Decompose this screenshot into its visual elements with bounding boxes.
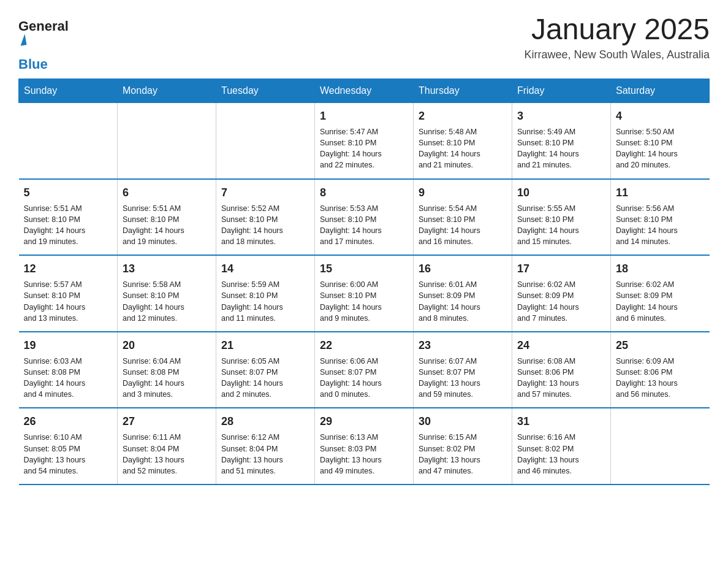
day-info: Sunrise: 6:15 AM Sunset: 8:02 PM Dayligh… bbox=[419, 432, 507, 477]
calendar-week-row: 5Sunrise: 5:51 AM Sunset: 8:10 PM Daylig… bbox=[19, 179, 710, 256]
day-info: Sunrise: 5:59 AM Sunset: 8:10 PM Dayligh… bbox=[221, 279, 309, 324]
logo-text-blue: Blue bbox=[18, 56, 48, 72]
day-number: 12 bbox=[24, 261, 113, 277]
day-info: Sunrise: 6:03 AM Sunset: 8:08 PM Dayligh… bbox=[24, 356, 113, 400]
logo: General Blue bbox=[18, 18, 69, 72]
calendar-week-row: 12Sunrise: 5:57 AM Sunset: 8:10 PM Dayli… bbox=[19, 255, 710, 332]
calendar-cell: 16Sunrise: 6:01 AM Sunset: 8:09 PM Dayli… bbox=[414, 255, 512, 332]
day-info: Sunrise: 6:00 AM Sunset: 8:10 PM Dayligh… bbox=[320, 279, 408, 324]
calendar-cell: 18Sunrise: 6:02 AM Sunset: 8:09 PM Dayli… bbox=[611, 255, 710, 332]
day-number: 17 bbox=[517, 261, 605, 277]
day-number: 21 bbox=[221, 337, 309, 353]
day-number: 6 bbox=[123, 185, 211, 201]
day-info: Sunrise: 5:52 AM Sunset: 8:10 PM Dayligh… bbox=[221, 203, 309, 248]
calendar-cell: 29Sunrise: 6:13 AM Sunset: 8:03 PM Dayli… bbox=[315, 408, 414, 484]
day-info: Sunrise: 5:47 AM Sunset: 8:10 PM Dayligh… bbox=[320, 126, 408, 171]
calendar-cell: 25Sunrise: 6:09 AM Sunset: 8:06 PM Dayli… bbox=[611, 332, 710, 408]
calendar-cell: 15Sunrise: 6:00 AM Sunset: 8:10 PM Dayli… bbox=[315, 255, 414, 332]
calendar-cell: 8Sunrise: 5:53 AM Sunset: 8:10 PM Daylig… bbox=[315, 179, 414, 256]
day-number: 10 bbox=[517, 185, 605, 201]
day-number: 26 bbox=[24, 413, 113, 429]
day-number: 23 bbox=[419, 337, 507, 353]
day-info: Sunrise: 5:50 AM Sunset: 8:10 PM Dayligh… bbox=[616, 126, 705, 171]
calendar-cell: 13Sunrise: 5:58 AM Sunset: 8:10 PM Dayli… bbox=[118, 255, 216, 332]
day-info: Sunrise: 6:05 AM Sunset: 8:07 PM Dayligh… bbox=[221, 356, 309, 400]
day-info: Sunrise: 6:11 AM Sunset: 8:04 PM Dayligh… bbox=[123, 432, 211, 477]
day-number: 25 bbox=[616, 337, 705, 353]
day-info: Sunrise: 6:01 AM Sunset: 8:09 PM Dayligh… bbox=[419, 279, 507, 324]
calendar-cell: 11Sunrise: 5:56 AM Sunset: 8:10 PM Dayli… bbox=[611, 179, 710, 256]
calendar-cell: 22Sunrise: 6:06 AM Sunset: 8:07 PM Dayli… bbox=[315, 332, 414, 408]
calendar-header-sunday: Sunday bbox=[19, 79, 118, 103]
calendar-header-thursday: Thursday bbox=[414, 79, 512, 103]
day-info: Sunrise: 6:13 AM Sunset: 8:03 PM Dayligh… bbox=[320, 432, 408, 477]
day-info: Sunrise: 5:54 AM Sunset: 8:10 PM Dayligh… bbox=[419, 203, 507, 248]
subtitle: Kirrawee, New South Wales, Australia bbox=[525, 48, 710, 61]
day-info: Sunrise: 5:57 AM Sunset: 8:10 PM Dayligh… bbox=[24, 279, 113, 324]
day-number: 31 bbox=[517, 413, 605, 429]
calendar-week-row: 19Sunrise: 6:03 AM Sunset: 8:08 PM Dayli… bbox=[19, 332, 710, 408]
day-info: Sunrise: 5:58 AM Sunset: 8:10 PM Dayligh… bbox=[123, 279, 211, 324]
calendar-cell: 27Sunrise: 6:11 AM Sunset: 8:04 PM Dayli… bbox=[118, 408, 216, 484]
day-info: Sunrise: 6:16 AM Sunset: 8:02 PM Dayligh… bbox=[517, 432, 605, 477]
calendar-cell: 2Sunrise: 5:48 AM Sunset: 8:10 PM Daylig… bbox=[414, 103, 512, 179]
calendar-cell bbox=[216, 103, 315, 179]
day-number: 28 bbox=[221, 413, 309, 429]
day-number: 4 bbox=[616, 108, 705, 124]
day-number: 27 bbox=[123, 413, 211, 429]
day-number: 24 bbox=[517, 337, 605, 353]
calendar-cell: 28Sunrise: 6:12 AM Sunset: 8:04 PM Dayli… bbox=[216, 408, 315, 484]
day-number: 22 bbox=[320, 337, 408, 353]
calendar-cell: 10Sunrise: 5:55 AM Sunset: 8:10 PM Dayli… bbox=[512, 179, 611, 256]
title-area: January 2025 Kirrawee, New South Wales, … bbox=[525, 12, 710, 61]
day-number: 9 bbox=[419, 185, 507, 201]
day-info: Sunrise: 5:51 AM Sunset: 8:10 PM Dayligh… bbox=[24, 203, 113, 248]
calendar-table: SundayMondayTuesdayWednesdayThursdayFrid… bbox=[18, 79, 710, 485]
logo-triangle-icon bbox=[19, 34, 27, 45]
calendar-cell: 4Sunrise: 5:50 AM Sunset: 8:10 PM Daylig… bbox=[611, 103, 710, 179]
calendar-week-row: 26Sunrise: 6:10 AM Sunset: 8:05 PM Dayli… bbox=[19, 408, 710, 484]
day-info: Sunrise: 6:06 AM Sunset: 8:07 PM Dayligh… bbox=[320, 356, 408, 400]
calendar-cell: 6Sunrise: 5:51 AM Sunset: 8:10 PM Daylig… bbox=[118, 179, 216, 256]
calendar-header-saturday: Saturday bbox=[611, 79, 710, 103]
day-info: Sunrise: 5:48 AM Sunset: 8:10 PM Dayligh… bbox=[419, 126, 507, 171]
page-title: January 2025 bbox=[525, 12, 710, 46]
day-info: Sunrise: 6:02 AM Sunset: 8:09 PM Dayligh… bbox=[517, 279, 605, 324]
day-info: Sunrise: 6:02 AM Sunset: 8:09 PM Dayligh… bbox=[616, 279, 705, 324]
day-info: Sunrise: 6:07 AM Sunset: 8:07 PM Dayligh… bbox=[419, 356, 507, 400]
calendar-cell: 5Sunrise: 5:51 AM Sunset: 8:10 PM Daylig… bbox=[19, 179, 118, 256]
day-number: 18 bbox=[616, 261, 705, 277]
calendar-cell: 9Sunrise: 5:54 AM Sunset: 8:10 PM Daylig… bbox=[414, 179, 512, 256]
calendar-header-friday: Friday bbox=[512, 79, 611, 103]
calendar-cell: 17Sunrise: 6:02 AM Sunset: 8:09 PM Dayli… bbox=[512, 255, 611, 332]
day-number: 7 bbox=[221, 185, 309, 201]
calendar-cell: 23Sunrise: 6:07 AM Sunset: 8:07 PM Dayli… bbox=[414, 332, 512, 408]
day-info: Sunrise: 5:51 AM Sunset: 8:10 PM Dayligh… bbox=[123, 203, 211, 248]
calendar-cell: 30Sunrise: 6:15 AM Sunset: 8:02 PM Dayli… bbox=[414, 408, 512, 484]
day-number: 5 bbox=[24, 185, 113, 201]
calendar-cell: 20Sunrise: 6:04 AM Sunset: 8:08 PM Dayli… bbox=[118, 332, 216, 408]
day-info: Sunrise: 6:04 AM Sunset: 8:08 PM Dayligh… bbox=[123, 356, 211, 400]
day-number: 19 bbox=[24, 337, 113, 353]
day-number: 8 bbox=[320, 185, 408, 201]
day-number: 29 bbox=[320, 413, 408, 429]
calendar-header-row: SundayMondayTuesdayWednesdayThursdayFrid… bbox=[19, 79, 710, 103]
day-number: 16 bbox=[419, 261, 507, 277]
day-number: 20 bbox=[123, 337, 211, 353]
calendar-header-wednesday: Wednesday bbox=[315, 79, 414, 103]
day-info: Sunrise: 6:10 AM Sunset: 8:05 PM Dayligh… bbox=[24, 432, 113, 477]
day-number: 30 bbox=[419, 413, 507, 429]
calendar-cell: 19Sunrise: 6:03 AM Sunset: 8:08 PM Dayli… bbox=[19, 332, 118, 408]
calendar-week-row: 1Sunrise: 5:47 AM Sunset: 8:10 PM Daylig… bbox=[19, 103, 710, 179]
logo-text-general: General bbox=[18, 18, 69, 34]
calendar-cell: 12Sunrise: 5:57 AM Sunset: 8:10 PM Dayli… bbox=[19, 255, 118, 332]
day-number: 1 bbox=[320, 108, 408, 124]
calendar-cell: 21Sunrise: 6:05 AM Sunset: 8:07 PM Dayli… bbox=[216, 332, 315, 408]
day-number: 11 bbox=[616, 185, 705, 201]
calendar-cell bbox=[118, 103, 216, 179]
calendar-cell: 26Sunrise: 6:10 AM Sunset: 8:05 PM Dayli… bbox=[19, 408, 118, 484]
day-info: Sunrise: 5:49 AM Sunset: 8:10 PM Dayligh… bbox=[517, 126, 605, 171]
day-number: 3 bbox=[517, 108, 605, 124]
header: General Blue January 2025 Kirrawee, New … bbox=[18, 12, 710, 72]
calendar-header-tuesday: Tuesday bbox=[216, 79, 315, 103]
